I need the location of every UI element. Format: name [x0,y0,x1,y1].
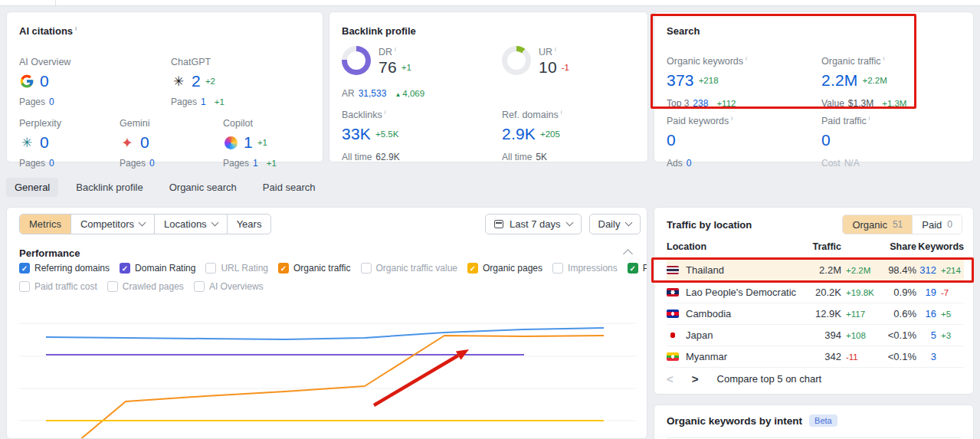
search-title: Search [667,25,700,37]
checked-checkbox-icon [120,263,130,274]
tab-paid-search[interactable]: Paid search [254,178,324,197]
metric-checkbox-paid-traffic-cost[interactable]: Paid traffic cost [19,281,97,292]
gemini-icon: ✦ [120,135,135,150]
location-row-cambodia[interactable]: Cambodia12.9K+1170.6%16+5 [667,303,964,325]
chevron-down-icon [211,219,218,227]
flag-thailand-icon [667,266,679,274]
ahrefs-overview-page: AI citations AI Overview 0 Pages0 ChatGP… [0,0,980,439]
info-icon [881,55,885,67]
locations-button[interactable]: Locations [154,215,227,234]
unchecked-checkbox-icon [107,281,118,292]
info-icon [867,115,870,126]
perplexity-icon: ✳ [19,135,34,150]
section-tabs: General Backlink profile Organic search … [6,178,324,197]
ai-citation-chatgpt: ChatGPT ✳2+2 Pages1+1 [171,57,225,107]
location-row-thailand[interactable]: Thailand2.2M+2.2M98.4%312+214 [667,258,964,282]
metric-checkbox-organic-pages[interactable]: Organic pages [467,263,542,274]
organic-paid-toggle: Organic51 Paid0 [842,215,962,234]
metric-checkbox-organic-traffic[interactable]: Organic traffic [278,263,350,274]
backlink-profile-title: Backlink profile [342,25,416,37]
unchecked-checkbox-icon [194,281,205,292]
location-row-japan[interactable]: Japan394+108<0.1%5+3 [667,325,964,346]
ai-citation-perplexity: Perplexity ✳0 Pages0 [19,118,63,169]
toggle-paid[interactable]: Paid0 [912,215,962,234]
checked-checkbox-icon [278,263,289,274]
performance-title: Performance [19,247,80,259]
metrics-button[interactable]: Metrics [20,215,70,234]
organic-keywords-block: Organic keywords 373+218 Top 3238+112 [667,55,747,109]
metric-checkbox-impressions[interactable]: Impressions [552,263,618,274]
metric-checkbox-crawled-pages[interactable]: Crawled pages [107,281,184,292]
toolbar-divider [55,0,56,6]
metric-checkbox-referring-domains[interactable]: Referring domains [19,263,110,274]
unchecked-checkbox-icon [205,263,216,274]
organic-traffic-block: Organic traffic 2.2M+2.2M Value$1.3M+1.3… [821,55,906,109]
compare-top5-link[interactable]: Compare top 5 on chart [717,373,822,385]
metric-checkbox-ai-overviews[interactable]: AI Overviews [194,281,264,292]
checked-checkbox-icon [19,263,30,274]
location-row-lao-people-s-democratic-reput[interactable]: Lao People's Democratic Reput20.2K+19.8K… [667,282,964,303]
flag-cambodia-icon [667,310,679,318]
ai-citations-title: AI citations [19,25,77,37]
chatgpt-icon: ✳ [171,74,186,89]
competitors-button[interactable]: Competitors [70,215,154,234]
prev-page-icon[interactable]: < [667,372,674,385]
flag-myanmar-icon [667,352,679,361]
unchecked-checkbox-icon [19,281,30,292]
chevron-down-icon [625,219,633,227]
traffic-by-location-title: Traffic by location [667,219,752,231]
search-card: Search Organic keywords 373+218 Top 3238… [654,11,974,162]
ai-citation-ai-overview: AI Overview 0 Pages0 [19,57,70,107]
info-icon [392,46,396,57]
toggle-organic[interactable]: Organic51 [843,215,912,234]
location-table: Location Traffic Share Keywords Thailand… [667,241,964,368]
info-icon [73,25,77,37]
keywords-by-intent-card: Organic keywords by intent Beta [654,405,974,439]
ai-citation-gemini: Gemini ✦0 Pages0 [120,118,163,169]
backlinks-block: Backlinks 33K+5.5K All time62.9K [342,109,400,162]
location-row-myanmar[interactable]: Myanmar342-11<0.1%3 [667,346,964,368]
calendar-icon [494,220,503,228]
divider [667,437,961,438]
chart-line-organic-traffic [46,336,604,439]
metric-checkbox-paid-traffic[interactable]: Paid traffic [628,263,647,274]
url-rating-block: UR 10-1 [502,46,569,77]
metric-toggles-row-2: Paid traffic costCrawled pagesAI Overvie… [19,281,264,292]
tab-backlink-profile[interactable]: Backlink profile [67,178,151,197]
info-icon [729,115,733,126]
dr-donut-icon [342,46,371,75]
tab-general[interactable]: General [6,178,58,197]
beta-badge: Beta [809,414,837,427]
info-icon [552,46,556,57]
next-page-icon[interactable]: > [692,372,699,385]
unchecked-checkbox-icon [552,263,563,274]
info-icon [559,109,562,120]
collapse-section-icon[interactable] [623,249,633,259]
location-pager: < > Compare top 5 on chart [667,372,821,385]
chart-line-referring-domains [46,328,604,339]
performance-chart [7,298,647,439]
unchecked-checkbox-icon [361,263,372,274]
years-button[interactable]: Years [227,215,271,234]
chevron-down-icon [139,219,146,227]
traffic-by-location-card: Traffic by location Organic51 Paid0 Loca… [654,207,974,395]
performance-card: Metrics Competitors Locations Years Last… [6,207,647,439]
metric-checkbox-organic-traffic-value[interactable]: Organic traffic value [361,263,458,274]
keywords-by-intent-title: Organic keywords by intent [667,415,802,427]
metric-toggles-row-1: Referring domainsDomain RatingURL Rating… [19,263,647,274]
paid-keywords-block: Paid keywords 0 Ads0 [667,115,733,169]
google-icon [19,74,34,89]
copilot-icon [223,135,238,150]
metric-checkbox-domain-rating[interactable]: Domain Rating [120,263,195,274]
tab-organic-search[interactable]: Organic search [161,178,245,197]
location-table-header: Location Traffic Share Keywords [667,241,964,258]
date-range-button[interactable]: Last 7 days [485,214,582,234]
checked-checkbox-icon [628,263,638,274]
chevron-down-icon [565,219,573,227]
metric-checkbox-url-rating[interactable]: URL Rating [205,263,268,274]
flag-japan-icon [667,331,679,339]
checked-checkbox-icon [467,263,478,274]
ref-domains-block: Ref. domains 2.9K+205 All time5K [502,109,562,162]
granularity-button[interactable]: Daily [589,214,641,234]
flag-laos-icon [667,288,679,296]
